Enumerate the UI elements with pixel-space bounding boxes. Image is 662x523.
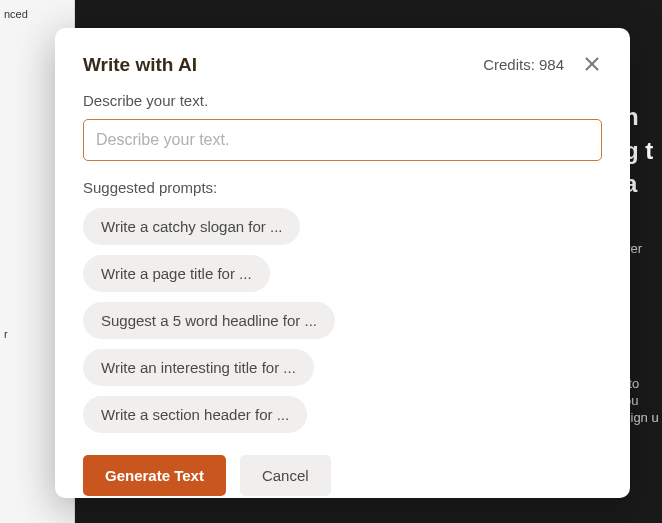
- credits-label: Credits: 984: [483, 56, 564, 73]
- cancel-button[interactable]: Cancel: [240, 455, 331, 496]
- describe-input[interactable]: [83, 119, 602, 161]
- write-with-ai-modal: Write with AI Credits: 984 Describe your…: [55, 28, 630, 498]
- modal-header-right: Credits: 984: [483, 54, 602, 74]
- close-button[interactable]: [582, 54, 602, 74]
- modal-title: Write with AI: [83, 54, 197, 76]
- prompt-chip[interactable]: Write a section header for ...: [83, 396, 307, 433]
- modal-footer: Generate Text Cancel: [83, 455, 602, 496]
- generate-text-button[interactable]: Generate Text: [83, 455, 226, 496]
- suggested-prompts-label: Suggested prompts:: [83, 179, 602, 196]
- prompt-chip[interactable]: Write an interesting title for ...: [83, 349, 314, 386]
- describe-label: Describe your text.: [83, 92, 602, 109]
- prompt-chip[interactable]: Write a page title for ...: [83, 255, 270, 292]
- prompt-chip[interactable]: Write a catchy slogan for ...: [83, 208, 300, 245]
- suggested-prompts-list: Write a catchy slogan for ... Write a pa…: [83, 208, 602, 433]
- bg-text-fragment: nced: [0, 8, 28, 20]
- close-icon: [584, 56, 600, 72]
- prompt-chip[interactable]: Suggest a 5 word headline for ...: [83, 302, 335, 339]
- bg-text-fragment: r: [0, 328, 8, 340]
- modal-header: Write with AI Credits: 984: [83, 54, 602, 76]
